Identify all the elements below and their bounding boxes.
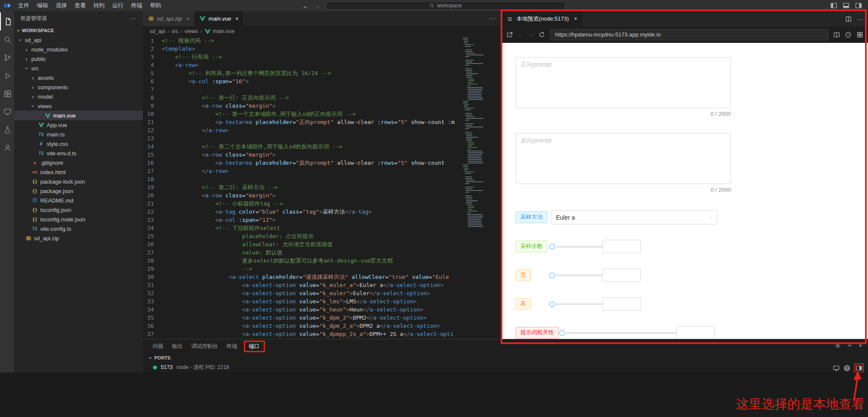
param-slider[interactable] (549, 301, 606, 307)
editor-tab[interactable]: sd_api.zip× (143, 11, 195, 26)
tree-item[interactable]: ›#style.css (14, 139, 143, 148)
tree-item[interactable]: ›◆.gitignore (14, 158, 143, 167)
param-slider[interactable] (549, 244, 606, 250)
split-editor-icon[interactable] (845, 16, 852, 22)
param-slider[interactable] (549, 272, 606, 278)
menu-item-4[interactable]: 转到 (90, 0, 108, 11)
tree-item[interactable]: ›main.vue (14, 111, 143, 120)
open-local-preview-icon[interactable] (854, 363, 864, 373)
activity-account[interactable] (0, 139, 14, 157)
param-input[interactable] (603, 297, 641, 311)
panel-maximize-icon[interactable] (847, 342, 853, 349)
toggle-secondary-sidebar-icon[interactable] (855, 2, 862, 9)
param-slider[interactable] (559, 330, 684, 336)
param-input[interactable] (676, 326, 715, 339)
tree-item[interactable]: ›TSvite-env.d.ts (14, 148, 143, 158)
tree-item[interactable]: ›views (14, 101, 143, 111)
tree-item[interactable]: ›model (14, 92, 143, 101)
panel-settings-icon[interactable] (835, 342, 841, 349)
chevron-icon: › (30, 94, 36, 100)
remote-icon (3, 108, 12, 116)
slider-handle-icon[interactable] (549, 244, 555, 250)
activity-extensions[interactable] (0, 85, 14, 103)
panel-tab[interactable]: 问题 (150, 341, 165, 351)
sidebar-more-icon[interactable]: ··· (130, 15, 137, 21)
tree-item[interactable]: ›sd_api.zip (14, 233, 143, 243)
activity-explorer[interactable] (0, 12, 14, 30)
menu-item-7[interactable]: 帮助 (146, 0, 165, 11)
preview-more-actions-icon[interactable]: ··· (857, 16, 863, 22)
port-row[interactable]: 5173 node - 进程 PID: 2218 (143, 363, 868, 372)
activity-remote[interactable] (0, 103, 14, 121)
slider-handle-icon[interactable] (549, 301, 555, 307)
open-external-icon[interactable] (506, 31, 513, 38)
tree-item[interactable]: ›{}package.json (14, 186, 143, 196)
help-icon[interactable]: ? (845, 31, 852, 38)
breadcrumb-item[interactable]: main.vue (204, 28, 234, 35)
tree-item[interactable]: ›src (14, 63, 143, 73)
positive-prompt-textarea[interactable] (516, 57, 731, 108)
tree-item[interactable]: ›ⓘREADME.md (14, 196, 143, 205)
panel-tab[interactable]: 调试控制台 (189, 341, 220, 351)
history-forward-button[interactable]: → (314, 3, 321, 9)
tree-item[interactable]: ›node_modules (14, 45, 143, 54)
menu-item-6[interactable]: 终端 (127, 0, 146, 11)
slider-handle-icon[interactable] (549, 272, 555, 278)
command-center-search[interactable]: workspace (326, 1, 566, 10)
panel-close-icon[interactable]: × (859, 342, 862, 349)
history-back-button[interactable]: ← (303, 3, 309, 9)
code-editor[interactable]: 1<!-- 模板代码 -->2<template>3 <!-- 行布局 -->4… (143, 36, 502, 339)
panel-tab[interactable]: 输出 (170, 341, 185, 351)
toggle-sidebar-icon[interactable] (830, 2, 837, 9)
editor-more-actions-icon[interactable]: ··· (490, 15, 496, 21)
breadcrumb-item[interactable]: views (185, 28, 198, 34)
tree-item[interactable]: ›sd_api (14, 35, 143, 45)
tree-item[interactable]: ›TSvite.config.ts (14, 224, 143, 233)
tree-item[interactable]: ›components (14, 82, 143, 92)
toggle-panel-icon[interactable] (843, 2, 850, 9)
tree-item[interactable]: ›App.vue (14, 120, 143, 130)
activity-source-control[interactable] (0, 48, 14, 66)
tree-item[interactable]: ›public (14, 54, 143, 63)
negative-prompt-textarea[interactable] (516, 133, 731, 184)
activity-run-debug[interactable] (0, 66, 14, 85)
panel-tab[interactable]: 终端 (225, 341, 240, 351)
workspace-section-header[interactable]: › WORKSPACE (14, 26, 143, 35)
activity-search[interactable] (0, 30, 14, 48)
sampler-select[interactable]: Euler a (551, 210, 717, 224)
ports-section-header[interactable]: › PORTS (143, 353, 868, 363)
param-input[interactable] (603, 269, 641, 282)
breadcrumb-item[interactable]: src (171, 28, 179, 34)
breadcrumb-item[interactable]: sd_api (150, 28, 165, 34)
preview-forward-icon[interactable]: → (528, 31, 534, 38)
tree-item[interactable]: ›assets (14, 73, 143, 82)
menu-item-1[interactable]: 编辑 (33, 0, 52, 11)
preview-back-icon[interactable]: ← (518, 31, 523, 38)
tree-item[interactable]: ›<>index.html (14, 167, 143, 177)
open-in-editor-icon[interactable] (833, 365, 840, 372)
refresh-icon[interactable] (538, 31, 545, 38)
tree-item[interactable]: ›{}tsconfig.node.json (14, 215, 143, 224)
open-in-browser-icon[interactable] (844, 365, 850, 372)
tree-item[interactable]: ›{}tsconfig.json (14, 205, 143, 215)
menu-item-0[interactable]: 文件 (14, 0, 33, 11)
slider-handle-icon[interactable] (559, 330, 565, 336)
close-icon[interactable]: × (235, 16, 238, 22)
panel-tab[interactable]: 端口 (244, 341, 265, 352)
menu-item-3[interactable]: 查看 (71, 0, 90, 11)
extensions-icon (3, 90, 12, 98)
tree-item[interactable]: ›{}package-lock.json (14, 177, 143, 186)
split-view-icon[interactable] (833, 31, 840, 38)
devtools-icon[interactable] (856, 31, 863, 38)
preview-tab[interactable]: 本地预览(node:5173) × (502, 11, 582, 27)
minimap[interactable] (463, 37, 501, 228)
tree-item[interactable]: ›TSmain.ts (14, 130, 143, 139)
activity-testing[interactable] (0, 121, 14, 139)
param-input[interactable] (603, 240, 641, 253)
close-icon[interactable]: × (574, 16, 577, 22)
menu-item-5[interactable]: 运行 (108, 0, 127, 11)
preview-url-input[interactable]: https://hpdamu-mcydnu-5173.app.myide.io (550, 29, 829, 40)
close-icon[interactable]: × (186, 16, 189, 22)
editor-tab[interactable]: main.vue× (195, 11, 244, 26)
menu-item-2[interactable]: 选择 (52, 0, 71, 11)
